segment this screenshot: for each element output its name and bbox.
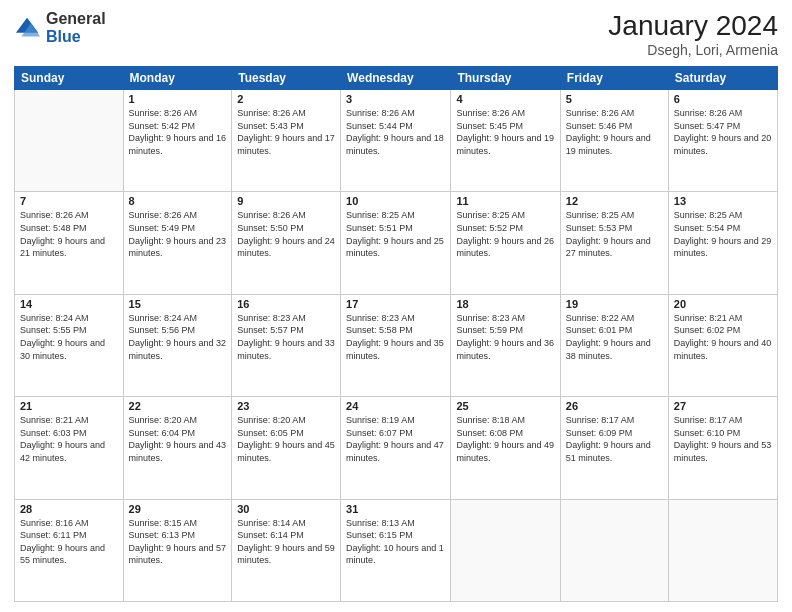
day-number: 6 bbox=[674, 93, 772, 105]
calendar-table: Sunday Monday Tuesday Wednesday Thursday… bbox=[14, 66, 778, 602]
table-row: 21Sunrise: 8:21 AMSunset: 6:03 PMDayligh… bbox=[15, 397, 124, 499]
day-info: Sunrise: 8:25 AMSunset: 5:52 PMDaylight:… bbox=[456, 209, 554, 259]
page: General Blue January 2024 Dsegh, Lori, A… bbox=[0, 0, 792, 612]
day-number: 12 bbox=[566, 195, 663, 207]
table-row: 12Sunrise: 8:25 AMSunset: 5:53 PMDayligh… bbox=[560, 192, 668, 294]
day-number: 30 bbox=[237, 503, 335, 515]
table-row: 3Sunrise: 8:26 AMSunset: 5:44 PMDaylight… bbox=[341, 90, 451, 192]
calendar-subtitle: Dsegh, Lori, Armenia bbox=[608, 42, 778, 58]
table-row: 30Sunrise: 8:14 AMSunset: 6:14 PMDayligh… bbox=[232, 499, 341, 601]
day-number: 18 bbox=[456, 298, 554, 310]
header-thursday: Thursday bbox=[451, 67, 560, 90]
table-row: 26Sunrise: 8:17 AMSunset: 6:09 PMDayligh… bbox=[560, 397, 668, 499]
header-tuesday: Tuesday bbox=[232, 67, 341, 90]
day-info: Sunrise: 8:25 AMSunset: 5:53 PMDaylight:… bbox=[566, 209, 663, 259]
logo-text: General Blue bbox=[46, 10, 106, 45]
day-number: 29 bbox=[129, 503, 227, 515]
table-row: 13Sunrise: 8:25 AMSunset: 5:54 PMDayligh… bbox=[668, 192, 777, 294]
day-info: Sunrise: 8:21 AMSunset: 6:03 PMDaylight:… bbox=[20, 414, 118, 464]
header-friday: Friday bbox=[560, 67, 668, 90]
table-row: 31Sunrise: 8:13 AMSunset: 6:15 PMDayligh… bbox=[341, 499, 451, 601]
day-number: 13 bbox=[674, 195, 772, 207]
day-number: 25 bbox=[456, 400, 554, 412]
day-info: Sunrise: 8:18 AMSunset: 6:08 PMDaylight:… bbox=[456, 414, 554, 464]
header-wednesday: Wednesday bbox=[341, 67, 451, 90]
table-row: 5Sunrise: 8:26 AMSunset: 5:46 PMDaylight… bbox=[560, 90, 668, 192]
title-block: January 2024 Dsegh, Lori, Armenia bbox=[608, 10, 778, 58]
header-saturday: Saturday bbox=[668, 67, 777, 90]
day-number: 10 bbox=[346, 195, 445, 207]
table-row bbox=[560, 499, 668, 601]
table-row: 14Sunrise: 8:24 AMSunset: 5:55 PMDayligh… bbox=[15, 294, 124, 396]
day-number: 31 bbox=[346, 503, 445, 515]
day-info: Sunrise: 8:26 AMSunset: 5:47 PMDaylight:… bbox=[674, 107, 772, 157]
day-info: Sunrise: 8:23 AMSunset: 5:58 PMDaylight:… bbox=[346, 312, 445, 362]
day-info: Sunrise: 8:23 AMSunset: 5:59 PMDaylight:… bbox=[456, 312, 554, 362]
day-info: Sunrise: 8:25 AMSunset: 5:54 PMDaylight:… bbox=[674, 209, 772, 259]
day-info: Sunrise: 8:21 AMSunset: 6:02 PMDaylight:… bbox=[674, 312, 772, 362]
day-number: 20 bbox=[674, 298, 772, 310]
logo-blue-text: Blue bbox=[46, 28, 106, 46]
day-number: 28 bbox=[20, 503, 118, 515]
day-number: 1 bbox=[129, 93, 227, 105]
day-info: Sunrise: 8:26 AMSunset: 5:49 PMDaylight:… bbox=[129, 209, 227, 259]
table-row: 18Sunrise: 8:23 AMSunset: 5:59 PMDayligh… bbox=[451, 294, 560, 396]
weekday-header-row: Sunday Monday Tuesday Wednesday Thursday… bbox=[15, 67, 778, 90]
day-number: 4 bbox=[456, 93, 554, 105]
day-info: Sunrise: 8:17 AMSunset: 6:10 PMDaylight:… bbox=[674, 414, 772, 464]
table-row bbox=[15, 90, 124, 192]
day-number: 2 bbox=[237, 93, 335, 105]
day-number: 8 bbox=[129, 195, 227, 207]
day-info: Sunrise: 8:20 AMSunset: 6:04 PMDaylight:… bbox=[129, 414, 227, 464]
calendar-week-5: 28Sunrise: 8:16 AMSunset: 6:11 PMDayligh… bbox=[15, 499, 778, 601]
day-number: 19 bbox=[566, 298, 663, 310]
table-row: 2Sunrise: 8:26 AMSunset: 5:43 PMDaylight… bbox=[232, 90, 341, 192]
day-number: 17 bbox=[346, 298, 445, 310]
table-row: 22Sunrise: 8:20 AMSunset: 6:04 PMDayligh… bbox=[123, 397, 232, 499]
table-row: 29Sunrise: 8:15 AMSunset: 6:13 PMDayligh… bbox=[123, 499, 232, 601]
table-row: 20Sunrise: 8:21 AMSunset: 6:02 PMDayligh… bbox=[668, 294, 777, 396]
day-number: 11 bbox=[456, 195, 554, 207]
calendar-week-3: 14Sunrise: 8:24 AMSunset: 5:55 PMDayligh… bbox=[15, 294, 778, 396]
day-info: Sunrise: 8:26 AMSunset: 5:46 PMDaylight:… bbox=[566, 107, 663, 157]
day-info: Sunrise: 8:26 AMSunset: 5:43 PMDaylight:… bbox=[237, 107, 335, 157]
header-sunday: Sunday bbox=[15, 67, 124, 90]
day-info: Sunrise: 8:24 AMSunset: 5:56 PMDaylight:… bbox=[129, 312, 227, 362]
day-info: Sunrise: 8:26 AMSunset: 5:44 PMDaylight:… bbox=[346, 107, 445, 157]
table-row bbox=[668, 499, 777, 601]
day-number: 16 bbox=[237, 298, 335, 310]
day-number: 14 bbox=[20, 298, 118, 310]
calendar-week-2: 7Sunrise: 8:26 AMSunset: 5:48 PMDaylight… bbox=[15, 192, 778, 294]
day-number: 26 bbox=[566, 400, 663, 412]
table-row: 7Sunrise: 8:26 AMSunset: 5:48 PMDaylight… bbox=[15, 192, 124, 294]
table-row: 4Sunrise: 8:26 AMSunset: 5:45 PMDaylight… bbox=[451, 90, 560, 192]
logo-general-text: General bbox=[46, 10, 106, 28]
day-info: Sunrise: 8:14 AMSunset: 6:14 PMDaylight:… bbox=[237, 517, 335, 567]
logo: General Blue bbox=[14, 10, 106, 45]
header-monday: Monday bbox=[123, 67, 232, 90]
table-row: 24Sunrise: 8:19 AMSunset: 6:07 PMDayligh… bbox=[341, 397, 451, 499]
table-row: 25Sunrise: 8:18 AMSunset: 6:08 PMDayligh… bbox=[451, 397, 560, 499]
table-row: 8Sunrise: 8:26 AMSunset: 5:49 PMDaylight… bbox=[123, 192, 232, 294]
day-info: Sunrise: 8:25 AMSunset: 5:51 PMDaylight:… bbox=[346, 209, 445, 259]
day-info: Sunrise: 8:23 AMSunset: 5:57 PMDaylight:… bbox=[237, 312, 335, 362]
table-row: 16Sunrise: 8:23 AMSunset: 5:57 PMDayligh… bbox=[232, 294, 341, 396]
day-number: 24 bbox=[346, 400, 445, 412]
day-number: 7 bbox=[20, 195, 118, 207]
header: General Blue January 2024 Dsegh, Lori, A… bbox=[14, 10, 778, 58]
day-info: Sunrise: 8:15 AMSunset: 6:13 PMDaylight:… bbox=[129, 517, 227, 567]
table-row: 28Sunrise: 8:16 AMSunset: 6:11 PMDayligh… bbox=[15, 499, 124, 601]
day-number: 15 bbox=[129, 298, 227, 310]
day-number: 23 bbox=[237, 400, 335, 412]
day-info: Sunrise: 8:17 AMSunset: 6:09 PMDaylight:… bbox=[566, 414, 663, 464]
table-row: 27Sunrise: 8:17 AMSunset: 6:10 PMDayligh… bbox=[668, 397, 777, 499]
table-row: 23Sunrise: 8:20 AMSunset: 6:05 PMDayligh… bbox=[232, 397, 341, 499]
calendar-title: January 2024 bbox=[608, 10, 778, 42]
table-row: 6Sunrise: 8:26 AMSunset: 5:47 PMDaylight… bbox=[668, 90, 777, 192]
table-row: 17Sunrise: 8:23 AMSunset: 5:58 PMDayligh… bbox=[341, 294, 451, 396]
day-info: Sunrise: 8:26 AMSunset: 5:48 PMDaylight:… bbox=[20, 209, 118, 259]
day-info: Sunrise: 8:20 AMSunset: 6:05 PMDaylight:… bbox=[237, 414, 335, 464]
calendar-week-1: 1Sunrise: 8:26 AMSunset: 5:42 PMDaylight… bbox=[15, 90, 778, 192]
day-number: 5 bbox=[566, 93, 663, 105]
day-info: Sunrise: 8:22 AMSunset: 6:01 PMDaylight:… bbox=[566, 312, 663, 362]
